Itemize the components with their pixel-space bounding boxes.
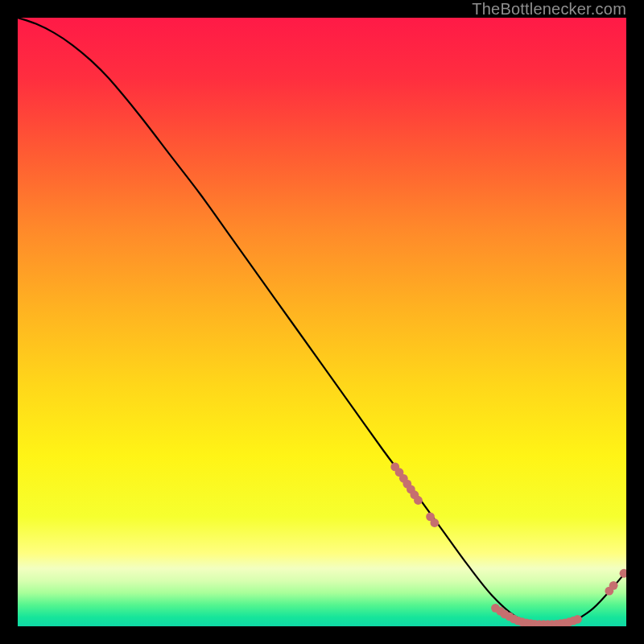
plot-frame: TheBottlenecker.com [18, 18, 626, 626]
data-marker [430, 518, 439, 527]
attribution-text: TheBottlenecker.com [472, 0, 626, 19]
data-marker [414, 496, 423, 505]
data-marker [609, 581, 618, 590]
data-marker [573, 615, 582, 624]
bottleneck-chart [18, 18, 626, 626]
gradient-background [18, 18, 626, 626]
